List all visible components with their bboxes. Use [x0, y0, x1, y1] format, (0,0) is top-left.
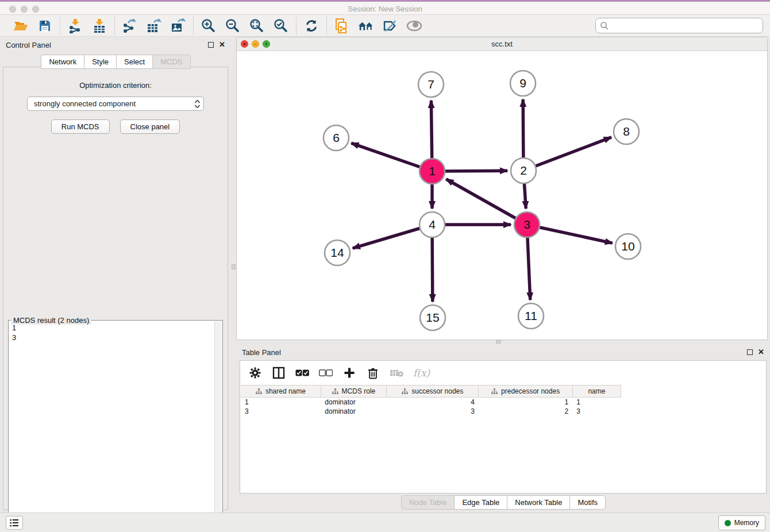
clone-network-icon	[335, 18, 349, 34]
refresh-icon	[305, 19, 318, 33]
deselect-all-rows-button[interactable]	[319, 366, 333, 380]
vertical-splitter[interactable]	[231, 37, 236, 512]
cell-predecessor-nodes[interactable]: 2	[479, 407, 572, 416]
run-mcds-button[interactable]: Run MCDS	[51, 119, 110, 134]
cell-shared-name[interactable]: 1	[241, 398, 321, 407]
select-all-rows-button[interactable]	[295, 366, 309, 380]
import-network-button[interactable]	[67, 18, 83, 34]
cell-predecessor-nodes[interactable]: 1	[479, 398, 572, 407]
table-row[interactable]: 3dominator323	[241, 407, 621, 416]
node-label-14: 14	[330, 246, 344, 259]
export-network-button[interactable]	[122, 18, 138, 34]
refresh-button[interactable]	[303, 18, 319, 34]
result-scrollbar[interactable]	[214, 321, 222, 532]
save-icon	[38, 20, 51, 32]
node-label-4: 4	[429, 218, 436, 231]
hierarchy-icon	[256, 388, 262, 394]
cell-MCDS-role[interactable]: dominator	[321, 407, 386, 416]
criterion-dropdown[interactable]: strongly connected component	[27, 97, 204, 111]
zoom-fit-icon	[249, 18, 264, 33]
tab-edge-table[interactable]: Edge Table	[454, 495, 507, 510]
splitter-grip[interactable]	[496, 340, 501, 344]
column-header-predecessor-nodes[interactable]: predecessor nodes	[479, 385, 572, 398]
function-builder-button[interactable]: f(x)	[413, 367, 430, 379]
zoom-out-button[interactable]	[225, 18, 241, 34]
zoom-out-icon	[225, 18, 240, 33]
optimization-criterion-label: Optimization criterion:	[3, 81, 228, 90]
zoom-fit-button[interactable]	[249, 18, 265, 34]
node-label-11: 11	[525, 309, 537, 322]
tab-network-table[interactable]: Network Table	[507, 495, 570, 510]
horizontal-splitter[interactable]	[236, 340, 770, 344]
memory-label: Memory	[734, 519, 759, 527]
export-table-icon	[147, 18, 161, 33]
float-panel-icon[interactable]	[747, 349, 753, 355]
columns-icon	[272, 367, 285, 379]
table-panel-tabs: Node TableEdge TableNetwork TableMotifs	[236, 495, 770, 510]
zoom-in-icon	[201, 18, 216, 33]
node-label-7: 7	[428, 78, 434, 91]
export-table-button[interactable]	[146, 18, 162, 34]
search-box[interactable]	[595, 18, 763, 33]
plus-icon	[344, 367, 355, 379]
home-layout-button[interactable]	[358, 18, 374, 34]
clone-network-button[interactable]	[334, 18, 350, 34]
mcds-result-box: MCDS result (2 nodes) 1 3	[8, 320, 223, 532]
list-icon	[10, 519, 19, 527]
network-window-titlebar[interactable]: ✕ − + scc.txt	[237, 37, 767, 51]
export-image-button[interactable]	[170, 18, 186, 34]
tab-node-table[interactable]: Node Table	[401, 495, 455, 510]
network-canvas[interactable]: 1234678910111415	[237, 51, 767, 340]
frame-close-icon[interactable]: ✕	[241, 40, 248, 48]
cell-successor-nodes[interactable]: 3	[387, 407, 479, 416]
tab-select[interactable]: Select	[116, 55, 153, 69]
show-columns-button[interactable]	[272, 366, 286, 380]
float-panel-icon[interactable]	[208, 42, 214, 48]
close-panel-button[interactable]: Close panel	[120, 119, 180, 134]
memory-button[interactable]: Memory	[718, 515, 765, 530]
node-label-1: 1	[429, 164, 436, 178]
hierarchy-icon	[332, 388, 338, 394]
delete-table-button[interactable]	[390, 366, 403, 380]
zoom-selected-button[interactable]	[273, 18, 289, 34]
tab-style[interactable]: Style	[84, 55, 117, 69]
delete-column-button[interactable]	[366, 366, 380, 380]
column-header-MCDS-role[interactable]: MCDS role	[321, 385, 386, 398]
mcds-result-text[interactable]: 1 3	[12, 323, 16, 342]
cell-MCDS-role[interactable]: dominator	[321, 398, 386, 407]
edge-2-8[interactable]	[523, 137, 611, 171]
show-graphics-details-button[interactable]	[406, 18, 422, 34]
tab-mcds[interactable]: MCDS	[152, 55, 190, 69]
column-header-shared-name[interactable]: shared name	[241, 385, 321, 398]
edge-3-1[interactable]	[446, 179, 527, 225]
save-session-button[interactable]	[37, 18, 53, 34]
search-input[interactable]	[609, 20, 763, 32]
zoom-in-button[interactable]	[201, 18, 217, 34]
create-column-button[interactable]	[342, 366, 356, 380]
close-panel-icon[interactable]: ✕	[219, 42, 225, 48]
import-table-button[interactable]	[91, 18, 107, 34]
table-settings-button[interactable]	[248, 366, 262, 380]
cell-successor-nodes[interactable]: 4	[387, 398, 479, 407]
splitter-grip[interactable]	[232, 264, 236, 269]
column-header-successor-nodes[interactable]: successor nodes	[387, 385, 479, 398]
table-row[interactable]: 1dominator411	[241, 398, 621, 407]
close-panel-icon[interactable]: ✕	[758, 349, 764, 355]
column-header-name[interactable]: name	[572, 385, 621, 398]
cell-name[interactable]: 3	[572, 407, 621, 416]
frame-minimize-icon[interactable]: −	[252, 40, 259, 48]
export-image-icon	[171, 18, 186, 33]
hide-labels-button[interactable]	[382, 18, 398, 34]
node-label-10: 10	[621, 240, 634, 253]
cell-shared-name[interactable]: 3	[241, 407, 321, 416]
task-history-button[interactable]	[6, 516, 23, 530]
zoom-selected-icon	[274, 18, 288, 33]
frame-maximize-icon[interactable]: +	[263, 40, 270, 48]
network-graph[interactable]: 1234678910111415	[237, 51, 767, 340]
tab-network[interactable]: Network	[41, 55, 84, 69]
hierarchy-icon	[402, 388, 408, 394]
cell-name[interactable]: 1	[572, 398, 621, 407]
tab-motifs[interactable]: Motifs	[569, 495, 606, 510]
open-session-button[interactable]	[13, 18, 29, 34]
export-network-icon	[122, 18, 137, 33]
